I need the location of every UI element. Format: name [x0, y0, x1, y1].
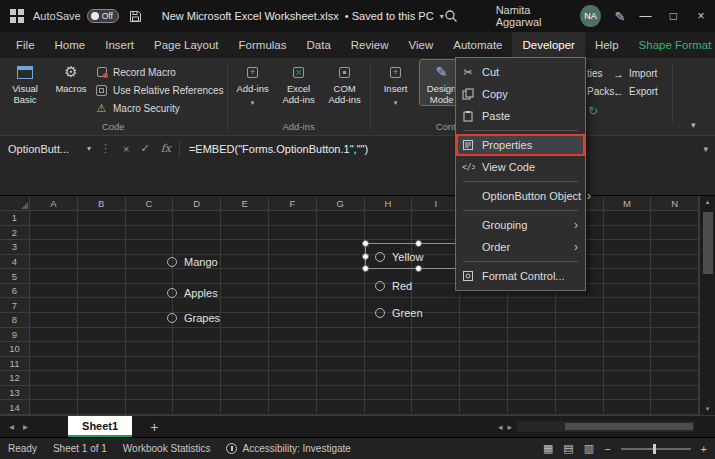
tab-help[interactable]: Help [585, 32, 629, 58]
menu-item-cut[interactable]: ✂Cut [456, 61, 585, 83]
menu-item-view-code[interactable]: </>View Code [456, 156, 585, 178]
selection-handle[interactable] [362, 240, 369, 247]
sheet-tab-sheet1[interactable]: Sheet1 [68, 416, 132, 437]
column-header-C[interactable]: C [126, 196, 174, 211]
row-header-14[interactable]: 14 [0, 400, 30, 415]
normal-view-icon[interactable]: ▦ [543, 442, 553, 455]
tab-view[interactable]: View [399, 32, 444, 58]
option-button-yellow[interactable]: Yellow [375, 250, 423, 264]
formula-input[interactable]: =EMBED("Forms.OptionButton.1","") [189, 143, 368, 155]
scroll-up-icon[interactable]: ▴ [700, 198, 715, 206]
import-button[interactable]: → Import [612, 67, 657, 80]
column-header-E[interactable]: E [221, 196, 269, 211]
macros-button[interactable]: ⚙ Macros [49, 60, 93, 95]
editing-mode-icon[interactable]: ✎ [615, 9, 626, 24]
row-header-4[interactable]: 4 [0, 255, 30, 270]
com-add-ins-button[interactable]: COM Add-ins [323, 60, 367, 105]
macro-security-button[interactable]: ⚠ Macro Security [95, 101, 224, 115]
save-icon[interactable] [129, 10, 142, 23]
zoom-in-icon[interactable]: + [701, 443, 707, 455]
zoom-slider[interactable] [621, 448, 691, 450]
accessibility-status[interactable]: Accessibility: Investigate [226, 443, 350, 454]
tab-data[interactable]: Data [297, 32, 341, 58]
sheet-nav-left-icon[interactable]: ◂ [9, 421, 14, 432]
column-header-A[interactable]: A [30, 196, 78, 211]
menu-item-properties[interactable]: Properties [456, 134, 585, 156]
row-header-3[interactable]: 3 [0, 240, 30, 255]
name-box-resizer[interactable]: ⋮ [100, 142, 111, 155]
menu-item-order[interactable]: Order› [456, 236, 585, 258]
column-header-I[interactable]: I [412, 196, 460, 211]
option-button-red[interactable]: Red [375, 279, 412, 293]
formula-bar-expand-icon[interactable]: ▾ [703, 144, 708, 154]
visual-basic-button[interactable]: Visual Basic [3, 60, 47, 105]
column-header-H[interactable]: H [365, 196, 413, 211]
horizontal-scroll-track[interactable] [517, 421, 695, 432]
page-layout-view-icon[interactable]: ▤ [563, 442, 573, 455]
scroll-right-icon[interactable]: ▸ [507, 422, 512, 432]
excel-add-ins-button[interactable]: Excel Add-ins [277, 60, 321, 105]
menu-item-grouping[interactable]: Grouping› [456, 214, 585, 236]
insert-function-icon[interactable]: fx [161, 142, 171, 155]
tab-home[interactable]: Home [45, 32, 96, 58]
record-macro-button[interactable]: Record Macro [95, 65, 224, 79]
option-button-apples[interactable]: Apples [167, 286, 218, 300]
menu-item-optionbutton-object[interactable]: OptionButton Object› [456, 185, 585, 207]
tab-automate[interactable]: Automate [443, 32, 512, 58]
row-header-8[interactable]: 8 [0, 313, 30, 328]
ribbon-collapse-icon[interactable]: ▾ [691, 120, 696, 130]
workbook-statistics-button[interactable]: Workbook Statistics [123, 443, 211, 454]
vertical-scrollbar[interactable]: ▴ ▾ [699, 196, 715, 415]
row-header-13[interactable]: 13 [0, 386, 30, 401]
tab-shape-format[interactable]: Shape Format [629, 32, 715, 58]
row-header-2[interactable]: 2 [0, 226, 30, 241]
app-icon[interactable] [10, 9, 24, 23]
row-header-6[interactable]: 6 [0, 284, 30, 299]
search-icon[interactable] [444, 9, 458, 23]
option-button-grapes[interactable]: Grapes [167, 311, 220, 325]
name-box[interactable]: OptionButt... ▾ [0, 136, 96, 161]
tab-review[interactable]: Review [341, 32, 399, 58]
row-header-11[interactable]: 11 [0, 357, 30, 372]
enter-icon[interactable]: ✓ [140, 142, 149, 155]
zoom-out-icon[interactable]: − [604, 443, 610, 455]
horizontal-scrollbar[interactable]: ◂ ▸ [498, 421, 695, 432]
sheet-nav-right-icon[interactable]: ▸ [23, 421, 28, 432]
option-button-green[interactable]: Green [375, 306, 423, 320]
scroll-left-icon[interactable]: ◂ [498, 422, 503, 432]
column-header-M[interactable]: M [604, 196, 652, 211]
tab-insert[interactable]: Insert [95, 32, 144, 58]
page-break-view-icon[interactable]: ▥ [584, 442, 594, 455]
scroll-down-icon[interactable]: ▾ [700, 405, 715, 413]
column-header-D[interactable]: D [173, 196, 221, 211]
tab-file[interactable]: File [6, 32, 45, 58]
row-header-5[interactable]: 5 [0, 269, 30, 284]
worksheet-grid[interactable]: ABCDEFGHIJKLMN 1234567891011121314 [0, 196, 699, 415]
refresh-data-icon[interactable]: ↻ [588, 104, 598, 118]
column-header-G[interactable]: G [317, 196, 365, 211]
selection-handle[interactable] [362, 253, 369, 260]
zoom-slider-knob[interactable] [653, 444, 656, 454]
selection-handle[interactable] [362, 265, 369, 272]
export-button[interactable]: ← Export [612, 85, 658, 98]
autosave-toggle[interactable]: Off [87, 9, 119, 23]
column-header-N[interactable]: N [651, 196, 699, 211]
selection-handle[interactable] [415, 265, 422, 272]
horizontal-scroll-thumb[interactable] [565, 423, 693, 430]
row-header-10[interactable]: 10 [0, 342, 30, 357]
document-title[interactable]: New Microsoft Excel Worksheet.xlsx • Sav… [162, 10, 444, 22]
row-header-7[interactable]: 7 [0, 298, 30, 313]
menu-item-paste[interactable]: Paste [456, 105, 585, 127]
tab-page-layout[interactable]: Page Layout [144, 32, 229, 58]
column-header-F[interactable]: F [269, 196, 317, 211]
row-header-12[interactable]: 12 [0, 371, 30, 386]
row-header-9[interactable]: 9 [0, 328, 30, 343]
account-control[interactable]: Namita Aggarwal NA [496, 4, 601, 28]
option-button-mango[interactable]: Mango [167, 255, 218, 269]
add-sheet-icon[interactable]: + [150, 419, 158, 435]
tab-formulas[interactable]: Formulas [229, 32, 297, 58]
selection-handle[interactable] [415, 240, 422, 247]
menu-item-copy[interactable]: Copy [456, 83, 585, 105]
maximize-button[interactable]: □ [659, 0, 687, 32]
insert-control-button[interactable]: Insert ▾ [374, 60, 418, 108]
